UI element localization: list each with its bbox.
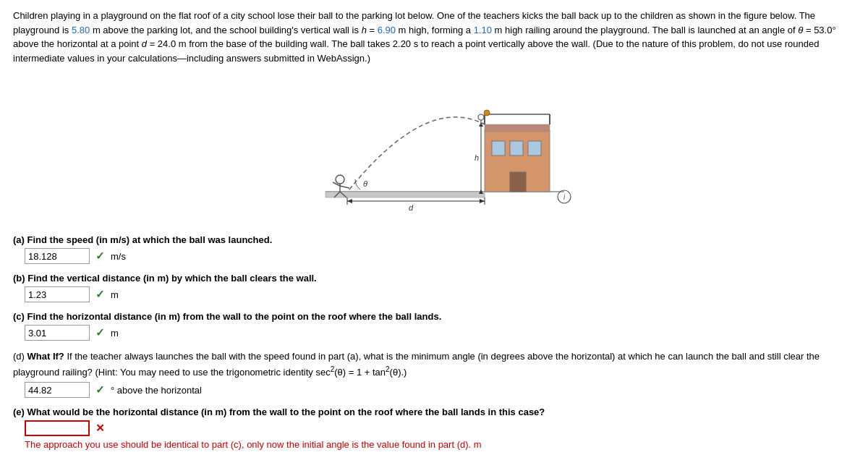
svg-text:θ: θ [363, 179, 367, 188]
part-c-input[interactable] [25, 325, 90, 341]
part-b-unit: m [111, 289, 119, 300]
part-b: (b) Find the vertical distance (in m) by… [13, 273, 855, 302]
part-c: (c) Find the horizontal distance (in m) … [13, 311, 855, 341]
svg-point-27 [478, 114, 484, 120]
svg-text:i: i [563, 193, 566, 201]
value-height-playground: 5.80 [72, 25, 90, 35]
part-b-letter: (b) [13, 273, 25, 284]
part-d-question: If the teacher always launches the ball … [13, 351, 820, 378]
part-d-bold: What If? [27, 351, 64, 362]
problem-text: Children playing in a playground on the … [13, 9, 855, 65]
svg-rect-7 [492, 141, 505, 156]
svg-rect-10 [510, 172, 526, 192]
part-b-label: (b) Find the vertical distance (in m) by… [13, 273, 855, 284]
part-a: (a) Find the speed (in m/s) at which the… [13, 234, 855, 264]
part-c-label: (c) Find the horizontal distance (in m) … [13, 311, 855, 322]
part-d-unit: ° above the horizontal [111, 385, 202, 396]
part-d: (d) What If? If the teacher always launc… [13, 349, 855, 398]
part-a-label: (a) Find the speed (in m/s) at which the… [13, 234, 855, 245]
svg-marker-17 [347, 199, 352, 203]
svg-point-26 [484, 110, 490, 116]
figure-area: h d θ i [13, 72, 855, 224]
part-d-check: ✓ [95, 383, 105, 396]
part-e-input[interactable] [25, 420, 90, 436]
part-b-check: ✓ [95, 288, 105, 301]
part-c-question: Find the horizontal distance (in m) from… [27, 311, 442, 322]
part-a-input[interactable] [25, 248, 90, 264]
part-d-input[interactable] [25, 382, 90, 398]
part-c-unit: m [111, 328, 119, 339]
svg-text:h: h [475, 153, 479, 162]
part-a-question: Find the speed (in m/s) at which the bal… [27, 234, 273, 245]
svg-rect-1 [326, 192, 485, 197]
value-wall-height: 6.90 [378, 25, 396, 35]
value-railing-height: 1.10 [474, 25, 492, 35]
part-a-check: ✓ [95, 250, 105, 263]
part-a-unit: m/s [111, 251, 126, 262]
svg-text:d: d [409, 203, 414, 212]
part-e-question: What would be the horizontal distance (i… [27, 407, 545, 417]
part-d-text: (d) What If? If the teacher always launc… [13, 349, 855, 379]
svg-rect-8 [510, 141, 523, 156]
svg-marker-18 [480, 199, 485, 203]
part-e: (e) What would be the horizontal distanc… [13, 407, 855, 450]
part-c-letter: (c) [13, 311, 25, 322]
part-e-letter: (e) [13, 407, 25, 417]
part-b-question: Find the vertical distance (in m) by whi… [27, 273, 317, 284]
figure-svg: h d θ i [282, 72, 586, 224]
svg-rect-3 [485, 124, 550, 132]
svg-line-23 [340, 186, 349, 188]
part-c-check: ✓ [95, 326, 105, 339]
part-b-input[interactable] [25, 286, 90, 302]
part-d-letter: (d) [13, 351, 25, 362]
part-a-letter: (a) [13, 234, 25, 245]
svg-rect-9 [528, 141, 541, 156]
part-e-label: (e) What would be the horizontal distanc… [13, 407, 855, 417]
part-e-cross: ✕ [95, 422, 105, 435]
part-e-hint: The approach you use should be identical… [25, 439, 855, 450]
svg-point-20 [336, 175, 344, 184]
